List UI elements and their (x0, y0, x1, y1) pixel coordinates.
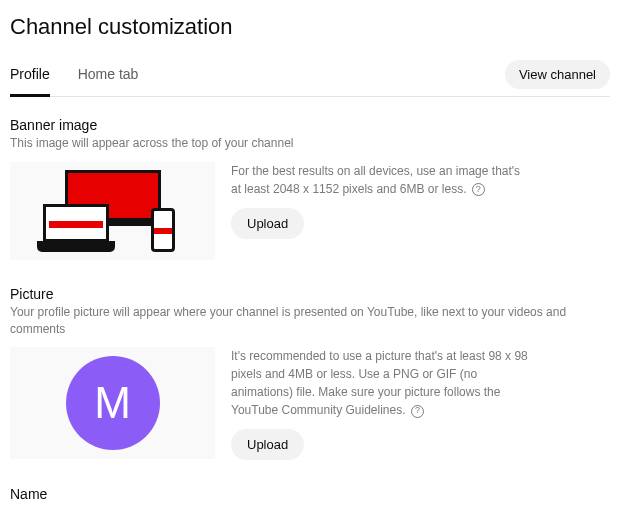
help-icon[interactable]: ? (411, 405, 424, 418)
name-section: Name Choose a channel name that represen… (10, 486, 610, 507)
banner-section: Banner image This image will appear acro… (10, 117, 610, 260)
banner-devices-icon (43, 170, 183, 252)
tab-profile[interactable]: Profile (10, 58, 50, 97)
banner-title: Banner image (10, 117, 610, 133)
tabs: Profile Home tab (10, 58, 138, 96)
view-channel-button[interactable]: View channel (505, 60, 610, 89)
banner-desc: This image will appear across the top of… (10, 135, 610, 152)
picture-hint: It's recommended to use a picture that's… (231, 347, 531, 419)
page-title: Channel customization (10, 14, 610, 40)
tab-home[interactable]: Home tab (78, 58, 139, 97)
help-icon[interactable]: ? (472, 183, 485, 196)
picture-hint-text: It's recommended to use a picture that's… (231, 349, 528, 417)
tabs-row: Profile Home tab View channel (10, 58, 610, 97)
banner-hint: For the best results on all devices, use… (231, 162, 531, 198)
name-title: Name (10, 486, 610, 502)
banner-preview (10, 162, 215, 260)
banner-upload-button[interactable]: Upload (231, 208, 304, 239)
picture-upload-button[interactable]: Upload (231, 429, 304, 460)
picture-preview: M (10, 347, 215, 459)
avatar: M (66, 356, 160, 450)
picture-desc: Your profile picture will appear where y… (10, 304, 610, 338)
picture-section: Picture Your profile picture will appear… (10, 286, 610, 461)
picture-title: Picture (10, 286, 610, 302)
